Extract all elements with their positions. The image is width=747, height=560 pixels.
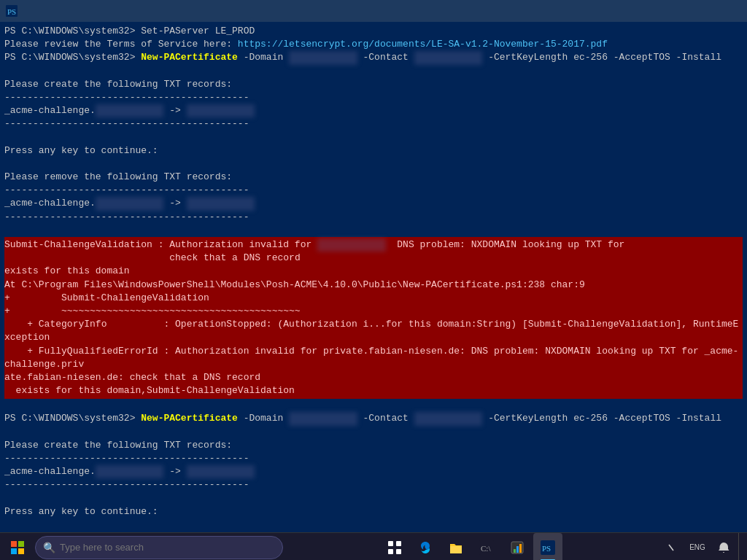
output-line: ----------------------------------------… xyxy=(4,184,743,197)
redacted-text xyxy=(414,51,483,64)
redacted-text xyxy=(187,465,255,478)
task-manager-button[interactable] xyxy=(503,533,532,561)
output-line: Please remove the following TXT records: xyxy=(4,171,743,184)
output-line: _acme-challenge. -> xyxy=(4,197,743,210)
output-line: _acme-challenge. -> xyxy=(4,104,743,117)
task-view-button[interactable] xyxy=(380,533,409,561)
redacted-text xyxy=(317,238,386,252)
output-line: ----------------------------------------… xyxy=(4,478,743,491)
command-text: New-PACertificate xyxy=(141,52,238,63)
svg-rect-2 xyxy=(11,541,17,547)
svg-rect-4 xyxy=(11,548,17,554)
svg-text:C:\: C:\ xyxy=(481,544,491,553)
output-line: ----------------------------------------… xyxy=(4,452,743,465)
svg-rect-15 xyxy=(519,544,522,553)
cmd-button[interactable]: C:\ xyxy=(472,533,501,561)
svg-rect-9 xyxy=(396,549,401,554)
error-line: + Submit-ChallengeValidation xyxy=(4,292,743,305)
svg-rect-6 xyxy=(388,541,393,546)
redacted-text xyxy=(96,465,164,478)
svg-rect-13 xyxy=(514,549,516,553)
error-line: ate.fabian-niesen.de: check that a DNS r… xyxy=(4,371,743,384)
param-text: -Domain -Contact -CertKeyLength ec-256 -… xyxy=(238,52,721,63)
redacted-text xyxy=(414,412,483,425)
notification-icon[interactable] xyxy=(712,533,735,561)
output-line: Press any key to continue.: xyxy=(4,144,743,158)
blank-line xyxy=(4,65,743,78)
svg-rect-7 xyxy=(396,541,401,546)
svg-rect-8 xyxy=(388,549,393,554)
search-bar[interactable]: 🔍 xyxy=(35,536,283,559)
error-line: + FullyQualifiedErrorId : Authorization … xyxy=(4,345,743,371)
error-line: + ~~~~~~~~~~~~~~~~~~~~~~~~~~~~~~~~~~~~~~… xyxy=(4,305,743,318)
blank-line xyxy=(4,158,743,171)
blank-line xyxy=(4,518,743,532)
edge-button[interactable] xyxy=(411,533,440,561)
close-button[interactable] xyxy=(708,0,741,22)
output-line: Please create the following TXT records: xyxy=(4,439,743,452)
start-button[interactable] xyxy=(3,533,32,561)
output-line: Please remove the following TXT records: xyxy=(4,532,743,532)
redacted-text xyxy=(187,104,255,117)
redacted-text xyxy=(187,197,255,210)
error-block: Submit-ChallengeValidation : Authorizati… xyxy=(4,237,743,399)
search-icon: 🔍 xyxy=(43,542,55,553)
param-text: -Domain -Contact -CertKeyLength ec-256 -… xyxy=(238,413,721,424)
keyboard-layout-icon[interactable]: ENG xyxy=(686,533,709,561)
error-line: exists for this domain,Submit-ChallengeV… xyxy=(4,384,743,397)
minimize-button[interactable] xyxy=(638,0,671,22)
svg-text:PS: PS xyxy=(7,7,16,16)
output-line: ----------------------------------------… xyxy=(4,91,743,104)
prompt-line: PS C:\WINDOWS\system32> Set-PAServer LE_… xyxy=(4,25,743,38)
window-controls xyxy=(638,0,741,22)
show-hidden-icons[interactable] xyxy=(659,533,683,561)
powershell-window-icon: PS xyxy=(6,5,18,17)
error-line: exists for this domain xyxy=(4,265,743,278)
redacted-text xyxy=(96,104,164,117)
taskbar: 🔍 C:\ xyxy=(0,532,747,560)
command-line: PS C:\WINDOWS\system32> New-PACertificat… xyxy=(4,412,743,425)
error-line: + CategoryInfo : OperationStopped: (Auth… xyxy=(4,318,743,344)
file-explorer-button[interactable] xyxy=(441,533,471,561)
svg-rect-14 xyxy=(516,546,519,553)
blank-line xyxy=(4,224,743,237)
redacted-text xyxy=(289,412,357,425)
prompt-text: PS C:\WINDOWS\system32> xyxy=(4,413,141,424)
output-line: _acme-challenge. -> xyxy=(4,465,743,478)
error-line: At C:\Program Files\WindowsPowerShell\Mo… xyxy=(4,279,743,292)
taskbar-icons: C:\ PS xyxy=(286,533,657,561)
error-line: check that a DNS record xyxy=(4,252,743,265)
error-line: Submit-ChallengeValidation : Authorizati… xyxy=(4,238,743,252)
output-line: ----------------------------------------… xyxy=(4,117,743,131)
prompt-text: PS C:\WINDOWS\system32> Set-PAServer LE_… xyxy=(4,26,255,36)
output-line: Please review the Terms of Service here:… xyxy=(4,38,743,51)
redacted-text xyxy=(96,197,164,210)
system-tray: ENG xyxy=(659,533,744,561)
blank-line xyxy=(4,492,743,505)
svg-rect-3 xyxy=(18,541,24,547)
output-line: ----------------------------------------… xyxy=(4,211,743,224)
svg-text:PS: PS xyxy=(542,544,551,553)
powershell-taskbar-button[interactable]: PS xyxy=(533,533,562,561)
show-desktop-button[interactable] xyxy=(738,533,744,561)
title-bar: PS xyxy=(0,0,747,22)
blank-line xyxy=(4,399,743,412)
search-input[interactable] xyxy=(60,542,275,553)
output-line: Press any key to continue.: xyxy=(4,505,743,518)
output-line: Please create the following TXT records: xyxy=(4,78,743,91)
blank-line xyxy=(4,131,743,144)
prompt-text: PS C:\WINDOWS\system32> xyxy=(4,52,141,63)
blank-line xyxy=(4,426,743,439)
restore-button[interactable] xyxy=(673,0,706,22)
terminal-output: PS C:\WINDOWS\system32> Set-PAServer LE_… xyxy=(0,22,747,532)
redacted-text xyxy=(289,51,357,64)
command-line: PS C:\WINDOWS\system32> New-PACertificat… xyxy=(4,51,743,64)
command-text: New-PACertificate xyxy=(141,413,238,424)
url-text: https://letsencrypt.org/documents/LE-SA-… xyxy=(238,39,608,50)
svg-rect-5 xyxy=(18,548,24,554)
